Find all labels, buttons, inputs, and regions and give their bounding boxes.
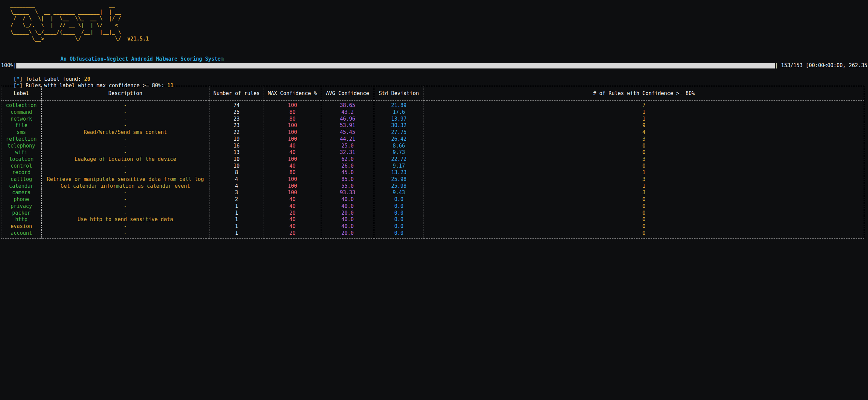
status-value: 11 [164, 82, 174, 89]
cell-label: account [1, 230, 42, 239]
cell-description: Leakage of Location of the device [42, 156, 209, 163]
cell-std: 25.98 [374, 176, 424, 183]
cell-rules: 8 [209, 169, 264, 176]
cell-label: calendar [1, 183, 42, 190]
cell-std: 22.72 [374, 156, 424, 163]
cell-rules: 23 [209, 116, 264, 123]
cell-label: http [1, 216, 42, 223]
progress-bar-fill [16, 63, 775, 68]
table-row: locationLeakage of Location of the devic… [1, 156, 864, 163]
cell-std: 9.17 [374, 163, 424, 170]
cell-max: 100 [264, 156, 321, 163]
cell-description: - [42, 223, 209, 230]
cell-description: - [42, 189, 209, 196]
cell-description: - [42, 149, 209, 156]
cell-rules: 1 [209, 216, 264, 223]
cell-rules: 16 [209, 143, 264, 150]
cell-label: calllog [1, 176, 42, 183]
cell-max: 100 [264, 101, 321, 109]
cell-rules: 4 [209, 183, 264, 190]
column-header-rules: Number of rules [209, 86, 264, 101]
cell-max: 40 [264, 223, 321, 230]
cell-label: telephony [1, 143, 42, 150]
table-row: account-12020.00.00 [1, 230, 864, 239]
cell-max: 40 [264, 143, 321, 150]
column-header-std: Std Deviation [374, 86, 424, 101]
cell-label: sms [1, 129, 42, 136]
cell-rules: 13 [209, 149, 264, 156]
cell-max: 80 [264, 169, 321, 176]
cell-label: privacy [1, 203, 42, 210]
cell-rules: 3 [209, 189, 264, 196]
cell-avg: 62.0 [321, 156, 374, 163]
table-row: evasion-14040.00.00 [1, 223, 864, 230]
cell-label: packer [1, 210, 42, 217]
cell-high: 0 [424, 143, 864, 150]
cell-avg: 53.91 [321, 122, 374, 129]
progress-bar: 100%| | 153/153 [00:00<00:00, 262.35 [1, 62, 867, 69]
table-row: wifi-134032.319.730 [1, 149, 864, 156]
cell-avg: 45.45 [321, 129, 374, 136]
cell-rules: 10 [209, 156, 264, 163]
cell-std: 13.23 [374, 169, 424, 176]
cell-description: - [42, 143, 209, 150]
cell-high: 4 [424, 129, 864, 136]
version-label: v21.5.1 [127, 36, 149, 42]
cell-high: 7 [424, 101, 864, 109]
cell-std: 30.32 [374, 122, 424, 129]
cell-std: 27.75 [374, 129, 424, 136]
cell-description: - [42, 196, 209, 203]
summary-table-body: collection-7410038.6521.897command-25804… [1, 101, 864, 239]
cell-avg: 93.33 [321, 189, 374, 196]
cell-avg: 20.0 [321, 230, 374, 239]
cell-rules: 2 [209, 196, 264, 203]
table-row: network-238046.9613.971 [1, 116, 864, 123]
cell-label: record [1, 169, 42, 176]
cell-max: 40 [264, 203, 321, 210]
cell-rules: 1 [209, 203, 264, 210]
table-row: smsRead/Write/Send sms content2210045.45… [1, 129, 864, 136]
table-row: phone-24040.00.00 [1, 196, 864, 203]
status-text: Total Label found: [23, 76, 81, 82]
cell-max: 80 [264, 109, 321, 116]
cell-high: 1 [424, 183, 864, 190]
cell-avg: 55.0 [321, 183, 374, 190]
cell-label: control [1, 163, 42, 170]
table-row: reflection-1910044.2126.423 [1, 136, 864, 143]
cell-high: 1 [424, 109, 864, 116]
cell-avg: 44.21 [321, 136, 374, 143]
cell-max: 40 [264, 149, 321, 156]
cell-max: 100 [264, 189, 321, 196]
progress-stats-label: | 153/153 [00:00<00:00, 262.35 [775, 62, 867, 69]
terminal-window[interactable]: ________ __ \_____ \ __ _______ _______|… [0, 0, 868, 400]
table-row: control-104026.09.170 [1, 163, 864, 170]
cell-label: collection [1, 101, 42, 109]
cell-std: 8.66 [374, 143, 424, 150]
cell-avg: 40.0 [321, 216, 374, 223]
status-line-high-confidence-rules: [*]Rules with label which max confidence… [1, 76, 867, 83]
cell-description: - [42, 169, 209, 176]
cell-std: 9.73 [374, 149, 424, 156]
status-value: 20 [81, 76, 90, 82]
cell-max: 80 [264, 116, 321, 123]
bracket-open: [ [13, 76, 16, 82]
cell-max: 40 [264, 163, 321, 170]
table-row: record-88045.013.231 [1, 169, 864, 176]
cell-label: phone [1, 196, 42, 203]
quark-logo-art: ________ __ \_____ \ __ _______ _______|… [10, 2, 867, 42]
cell-label: location [1, 156, 42, 163]
cell-std: 0.0 [374, 230, 424, 239]
cell-label: wifi [1, 149, 42, 156]
cell-description: - [42, 109, 209, 116]
cell-label: file [1, 122, 42, 129]
column-header-max: MAX Confidence % [264, 86, 321, 101]
cell-avg: 46.96 [321, 116, 374, 123]
cell-max: 20 [264, 210, 321, 217]
cell-std: 17.6 [374, 109, 424, 116]
cell-description: - [42, 116, 209, 123]
cell-description: - [42, 122, 209, 129]
status-line-total-labels: [*]Total Label found:20 [1, 69, 867, 76]
cell-avg: 32.31 [321, 149, 374, 156]
table-row: command-258043.217.61 [1, 109, 864, 116]
cell-std: 9.43 [374, 189, 424, 196]
